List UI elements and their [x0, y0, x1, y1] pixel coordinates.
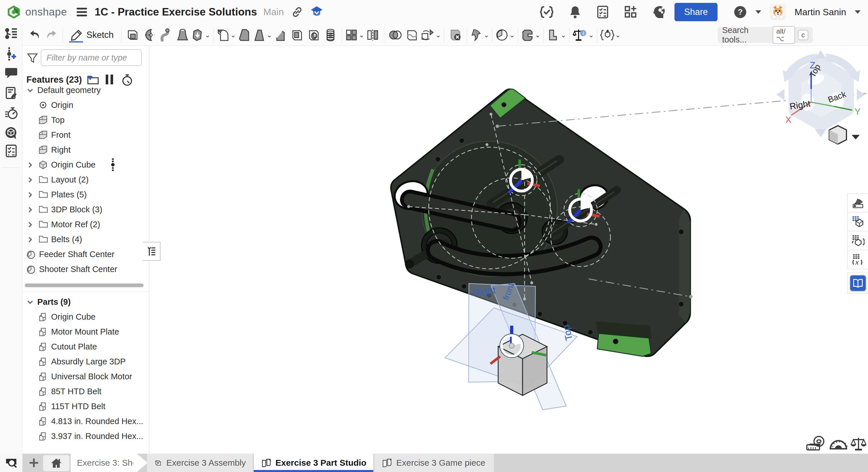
copy-link-icon[interactable] [291, 6, 303, 18]
hamburger-menu-icon[interactable] [77, 8, 87, 16]
sweep-tool[interactable] [158, 26, 174, 44]
avatar[interactable] [770, 4, 786, 20]
view-options-button[interactable] [829, 126, 860, 144]
feature-row-front-plane[interactable]: Front [22, 127, 149, 142]
tab-exercise-3-assembly[interactable]: Exercise 3 Assembly [147, 453, 253, 472]
graphics-area[interactable]: Right front Top [149, 46, 868, 453]
shell-tool[interactable] [289, 26, 306, 44]
checklist-panel-icon[interactable] [5, 144, 17, 158]
search-tools[interactable]: Search tools... alt/⌥ c [717, 27, 813, 43]
configurations-panel-button[interactable] [847, 212, 868, 231]
feature-folder-3dp-block[interactable]: 3DP Block (3) [22, 202, 149, 217]
chevron-right-icon[interactable] [26, 236, 34, 243]
help-icon[interactable]: ? [734, 5, 747, 19]
feature-folder-belts[interactable]: Belts (4) [22, 232, 149, 247]
appearance-panel-button[interactable] [847, 193, 868, 212]
insert-version-icon[interactable] [6, 47, 17, 61]
shooter-plate-model[interactable] [391, 89, 690, 357]
help-caret-icon[interactable] [755, 10, 761, 14]
rotate-down-arrow[interactable] [815, 129, 826, 137]
part-row[interactable]: 3.937 in. Rounded Hex... [22, 429, 149, 444]
parts-section-header[interactable]: Parts (9) [22, 294, 149, 309]
model-search-icon[interactable] [5, 127, 18, 140]
undo-button[interactable] [26, 26, 43, 44]
hole-tool[interactable] [306, 26, 322, 44]
thread-tool[interactable] [322, 26, 339, 44]
revolve-tool[interactable] [141, 26, 158, 44]
part-row[interactable]: 4.813 in. Rounded Hex... [22, 414, 149, 429]
helix-tool[interactable]: ⌄ [495, 26, 515, 44]
loft-tool[interactable] [174, 26, 191, 44]
chevron-right-icon[interactable] [26, 176, 34, 183]
mirror-tool[interactable] [364, 26, 381, 44]
part-row[interactable]: Motor Mount Plate [22, 324, 149, 339]
chevron-right-icon[interactable] [26, 206, 34, 213]
feature-list-flyout-button[interactable] [143, 242, 160, 261]
boolean-tool[interactable] [387, 26, 404, 44]
part-row[interactable]: 115T HTD Belt [22, 399, 149, 414]
onshape-logo[interactable]: onshape [0, 5, 67, 20]
part-row[interactable]: Absurdly Large 3DP [22, 354, 149, 369]
tasks-checklist-icon[interactable] [597, 5, 609, 19]
feature-folder-motor-ref[interactable]: Motor Ref (2) [22, 217, 149, 232]
chamfer-tool[interactable] [236, 26, 253, 44]
workspace-name[interactable]: Main [263, 7, 284, 18]
feature-row-feeder-shaft-center[interactable]: Feeder Shaft Center [22, 247, 149, 262]
variable-table-panel-button[interactable]: x [847, 250, 868, 269]
chevron-right-icon[interactable] [26, 191, 34, 199]
performance-icon[interactable] [5, 107, 18, 120]
feature-folder-plates[interactable]: Plates (5) [22, 187, 149, 202]
filter-icon[interactable] [27, 53, 38, 64]
featurescript-icon[interactable] [540, 6, 553, 19]
feature-group-default-geometry[interactable]: Default geometry [22, 82, 149, 98]
notes-icon[interactable] [5, 87, 17, 100]
tab-exercise-3-part-studio[interactable]: Exercise 3 Part Studio [254, 453, 373, 472]
move-face-tool[interactable]: ⌄ [470, 26, 489, 44]
redo-button[interactable] [43, 26, 60, 44]
custom-feature-tool[interactable]: ⌄ [600, 26, 621, 44]
extrude-tool[interactable] [124, 26, 141, 44]
notifications-bell-icon[interactable] [569, 6, 581, 19]
feature-row-shooter-shaft-center[interactable]: Shooter Shaft Center [22, 262, 149, 277]
fillet-tool[interactable]: ⌄ [217, 26, 236, 44]
tape-measure-icon[interactable] [807, 436, 824, 450]
part-row[interactable]: Universal Block Motor [22, 369, 149, 384]
transform-tool[interactable]: ⌄ [421, 26, 441, 44]
sketch-button[interactable]: Sketch [66, 26, 118, 44]
home-tab-button[interactable] [43, 455, 69, 471]
measure-tool[interactable]: i ⌄ [572, 26, 594, 44]
chevron-down-icon[interactable] [26, 87, 34, 94]
rotate-west-arrow[interactable] [776, 89, 784, 100]
configured-features-panel-button[interactable] [847, 231, 868, 250]
part-row[interactable]: Origin Cube [22, 309, 149, 324]
rotate-east-arrow[interactable] [857, 89, 865, 100]
tab-exercise-3-game-piece[interactable]: Exercise 3 Game piece [374, 453, 494, 472]
delete-part-tool[interactable] [447, 26, 464, 44]
feature-row-top-plane[interactable]: Top [22, 112, 149, 127]
learning-panel-button[interactable] [847, 273, 868, 294]
app-store-icon[interactable] [624, 6, 637, 19]
versions-history-icon[interactable] [5, 28, 18, 39]
pattern-tool[interactable]: ⌄ [345, 26, 364, 44]
part-row[interactable]: Cutout Plate [22, 339, 149, 354]
view-cube[interactable]: Z X Y Right Back Top [776, 50, 865, 137]
chevron-right-icon[interactable] [26, 221, 34, 228]
share-button[interactable]: Share [675, 3, 718, 21]
mass-properties-icon[interactable] [851, 438, 866, 450]
user-menu-caret-icon[interactable] [855, 10, 861, 14]
filter-input[interactable] [41, 49, 142, 66]
feature-row-right-plane[interactable]: Right [22, 142, 149, 157]
thicken-tool[interactable]: ⌄ [191, 26, 211, 44]
feature-folder-layout[interactable]: Layout (2) [22, 172, 149, 187]
part-row[interactable]: 85T HTD Belt [22, 384, 149, 399]
drag-handle[interactable] [111, 158, 115, 171]
learning-center-icon[interactable] [310, 6, 323, 19]
feature-row-origin-cube[interactable]: Origin Cube [22, 157, 149, 172]
rib-tool[interactable] [272, 26, 289, 44]
split-tool[interactable] [404, 26, 421, 44]
chevron-down-icon[interactable] [26, 298, 34, 306]
feature-row-origin[interactable]: Origin [22, 98, 149, 112]
search-tabs-button[interactable] [0, 453, 22, 472]
draft-tool[interactable]: ⌄ [253, 26, 272, 44]
comments-icon[interactable] [5, 67, 18, 79]
